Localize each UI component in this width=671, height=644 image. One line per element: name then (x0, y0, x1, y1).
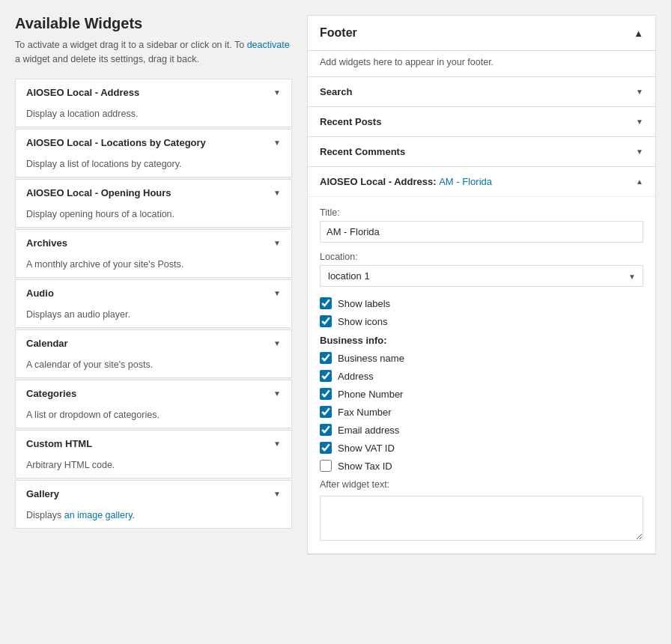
widget-item: Custom HTML ▼ Arbitrary HTML code. (15, 430, 292, 479)
business-checkbox[interactable] (320, 370, 332, 382)
widget-item: AIOSEO Local - Locations by Category ▼ D… (15, 129, 292, 177)
widget-desc: Display a location address. (16, 106, 291, 127)
widget-header[interactable]: AIOSEO Local - Opening Hours ▼ (16, 180, 291, 206)
collapsed-widget: Recent Comments ▼ (308, 137, 655, 167)
business-checkboxes-list: Business name Address Phone Number Fax N… (320, 352, 643, 472)
business-info-label: Business info: (320, 335, 643, 346)
widget-desc: A calendar of your site's posts. (16, 356, 291, 377)
collapsed-widget-chevron-icon: ▼ (636, 118, 643, 126)
widget-item: Archives ▼ A monthly archive of your sit… (15, 229, 292, 278)
widget-chevron-icon: ▼ (273, 440, 281, 448)
collapsed-widget-chevron-icon: ▼ (636, 148, 643, 156)
business-checkbox[interactable] (320, 352, 332, 364)
widget-header[interactable]: Calendar ▼ (16, 330, 291, 356)
widget-chevron-icon: ▼ (273, 189, 281, 197)
widget-name: AIOSEO Local - Opening Hours (26, 187, 171, 198)
widget-name: Audio (26, 288, 54, 299)
location-select[interactable]: location 1location 2location 3 (320, 265, 643, 287)
business-checkbox-row: Phone Number (320, 388, 643, 400)
business-checkbox[interactable] (320, 424, 332, 436)
business-checkbox-label: Show Tax ID (338, 461, 392, 472)
footer-panel: Footer ▲ Add widgets here to appear in y… (307, 15, 656, 555)
expanded-widget-body: Title: Location: location 1location 2loc… (308, 197, 655, 553)
title-input[interactable] (320, 221, 643, 243)
widget-desc: Displays an audio player. (16, 306, 291, 327)
title-field-label: Title: (320, 207, 643, 218)
widget-chevron-icon: ▼ (273, 339, 281, 347)
business-checkbox[interactable] (320, 460, 332, 472)
widget-chevron-icon: ▼ (273, 289, 281, 297)
available-widgets-desc: To activate a widget drag it to a sideba… (15, 38, 292, 67)
collapsed-widget-header[interactable]: Recent Comments ▼ (308, 137, 655, 166)
widget-header[interactable]: AIOSEO Local - Address ▼ (16, 79, 291, 106)
show-icons-label: Show icons (338, 316, 387, 327)
widget-chevron-icon: ▼ (273, 139, 281, 147)
widget-name: Calendar (26, 338, 68, 349)
business-checkbox-row: Show Tax ID (320, 460, 643, 472)
widget-name: AIOSEO Local - Address (26, 87, 139, 98)
show-icons-checkbox[interactable] (320, 315, 332, 327)
widget-item: Audio ▼ Displays an audio player. (15, 279, 292, 328)
business-checkbox-label: Phone Number (338, 389, 403, 400)
widget-name: Custom HTML (26, 438, 92, 449)
show-icons-row: Show icons (320, 315, 643, 327)
after-widget-textarea[interactable] (320, 496, 643, 541)
widget-desc: Displays an image gallery. (16, 507, 291, 528)
widget-header[interactable]: Archives ▼ (16, 230, 291, 256)
collapsed-widget-label: Search (320, 86, 352, 97)
business-checkbox-row: Email address (320, 424, 643, 436)
show-labels-label: Show labels (338, 298, 390, 309)
widget-desc: Arbitrary HTML code. (16, 457, 291, 478)
business-checkbox-row: Address (320, 370, 643, 382)
after-widget-label: After widget text: (320, 479, 643, 490)
expanded-widget-header[interactable]: AIOSEO Local - Address: AM - Florida ▲ (308, 167, 655, 197)
widget-chevron-icon: ▼ (273, 239, 281, 247)
widget-desc: Display opening hours of a location. (16, 206, 291, 227)
collapsed-widget-label: Recent Posts (320, 116, 381, 127)
business-checkbox-label: Email address (338, 425, 399, 436)
widget-chevron-icon: ▼ (273, 490, 281, 498)
after-widget-section: After widget text: (320, 479, 643, 543)
business-checkbox[interactable] (320, 406, 332, 418)
footer-title: Footer (320, 26, 357, 40)
widget-header[interactable]: AIOSEO Local - Locations by Category ▼ (16, 130, 291, 156)
collapsed-widget-header[interactable]: Recent Posts ▼ (308, 107, 655, 136)
widget-item: AIOSEO Local - Opening Hours ▼ Display o… (15, 179, 292, 228)
widget-item: Gallery ▼ Displays an image gallery. (15, 480, 292, 529)
business-checkbox[interactable] (320, 388, 332, 400)
widget-desc: Display a list of locations by category. (16, 156, 291, 177)
deactivate-link[interactable]: deactivate (247, 40, 290, 50)
widget-item: Calendar ▼ A calendar of your site's pos… (15, 329, 292, 378)
business-checkbox-label: Fax Number (338, 407, 392, 418)
widget-header[interactable]: Audio ▼ (16, 280, 291, 306)
business-checkbox-row: Fax Number (320, 406, 643, 418)
show-labels-row: Show labels (320, 297, 643, 309)
widget-chevron-icon: ▼ (273, 389, 281, 398)
widget-desc-link[interactable]: an image gallery (64, 510, 133, 520)
collapsed-widget-chevron-icon: ▼ (636, 88, 643, 96)
expanded-widget: AIOSEO Local - Address: AM - Florida ▲ T… (308, 167, 655, 554)
expanded-widget-title: AIOSEO Local - Address: AM - Florida (320, 176, 492, 187)
expanded-widget-collapse-icon[interactable]: ▲ (636, 177, 643, 186)
show-labels-checkbox[interactable] (320, 297, 332, 309)
business-checkbox-label: Show VAT ID (338, 443, 395, 454)
widgets-list: AIOSEO Local - Address ▼ Display a locat… (15, 79, 292, 529)
location-field-label: Location: (320, 252, 643, 262)
collapsed-widget: Search ▼ (308, 77, 655, 107)
collapsed-widget-header[interactable]: Search ▼ (308, 77, 655, 106)
business-checkbox[interactable] (320, 442, 332, 454)
collapsed-widget: Recent Posts ▼ (308, 107, 655, 137)
widget-header[interactable]: Gallery ▼ (16, 481, 291, 507)
business-checkbox-row: Business name (320, 352, 643, 364)
widget-name: AIOSEO Local - Locations by Category (26, 137, 206, 148)
widget-header[interactable]: Categories ▼ (16, 380, 291, 407)
widget-name: Categories (26, 388, 76, 399)
business-checkbox-label: Business name (338, 353, 404, 364)
widget-header[interactable]: Custom HTML ▼ (16, 431, 291, 457)
widget-name: Gallery (26, 488, 59, 499)
collapsed-widgets-list: Search ▼ Recent Posts ▼ Recent Comments … (308, 77, 655, 167)
collapsed-widget-label: Recent Comments (320, 146, 405, 157)
footer-desc: Add widgets here to appear in your foote… (308, 51, 655, 77)
footer-collapse-icon[interactable]: ▲ (634, 28, 643, 39)
widget-item: Categories ▼ A list or dropdown of categ… (15, 380, 292, 428)
